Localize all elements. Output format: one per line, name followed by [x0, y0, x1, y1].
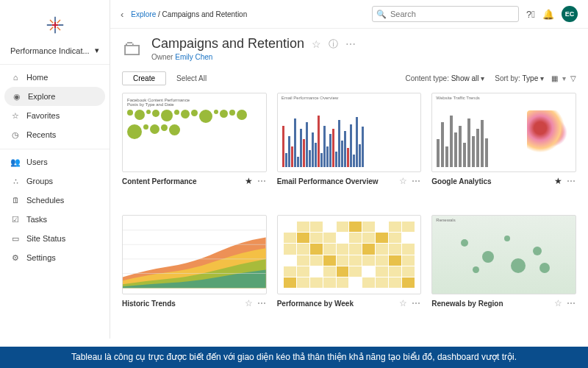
- topbar: ‹ Explore / Campaigns and Retention 🔍 ?⃝…: [110, 0, 588, 29]
- back-button[interactable]: ‹: [121, 9, 123, 20]
- star-toggle[interactable]: ☆: [399, 298, 407, 308]
- chevron-down-icon: ▾: [481, 74, 484, 82]
- workbook-card[interactable]: Website Traffic Trends Google Analytics★…: [431, 93, 576, 205]
- page-title-row: Campaigns and Retention ☆ ⓘ ⋯: [151, 36, 356, 52]
- chevron-down-icon: ▾: [95, 46, 99, 55]
- nav-tasks[interactable]: ☑Tasks: [0, 210, 110, 229]
- nav-recents[interactable]: ◷Recents: [0, 125, 110, 144]
- select-all[interactable]: Select All: [176, 74, 207, 82]
- star-toggle[interactable]: ☆: [554, 298, 562, 308]
- thumbnail: [122, 215, 267, 294]
- thumbnail: Website Traffic Trends: [431, 93, 576, 172]
- nav-label: Home: [26, 73, 48, 82]
- thumbnail: Facebook Content Performance Posts by Ty…: [122, 93, 267, 172]
- breadcrumb: Explore / Campaigns and Retention: [131, 10, 247, 18]
- notifications-icon[interactable]: 🔔: [542, 9, 554, 20]
- tableau-logo-icon: [45, 15, 65, 35]
- card-more[interactable]: ⋯: [257, 176, 267, 186]
- tasks-icon: ☑: [10, 214, 21, 224]
- nav-site-status[interactable]: ▭Site Status: [0, 229, 110, 248]
- chevron-down-icon: ▾: [540, 74, 544, 82]
- folder-icon: 🗀: [122, 36, 143, 60]
- workbook-card[interactable]: Historic Trends☆⋯: [122, 215, 267, 327]
- workbook-card[interactable]: Renewals Renewals by Region☆⋯: [431, 215, 576, 327]
- star-toggle[interactable]: ☆: [399, 176, 407, 186]
- owner-meta: Owner Emily Chen: [151, 53, 356, 61]
- card-name: Historic Trends: [122, 300, 176, 308]
- card-more[interactable]: ⋯: [412, 298, 421, 308]
- content-grid: Facebook Content Performance Posts by Ty…: [110, 93, 588, 339]
- nav-label: Explore: [28, 92, 55, 101]
- breadcrumb-leaf: Campaigns and Retention: [162, 10, 248, 18]
- nav-settings[interactable]: ⚙Settings: [0, 248, 110, 267]
- create-button[interactable]: Create: [122, 71, 166, 85]
- star-toggle[interactable]: ★: [554, 176, 562, 186]
- nav-users[interactable]: 👥Users: [0, 152, 110, 171]
- logo: [0, 9, 110, 46]
- page-title: Campaigns and Retention: [151, 36, 304, 52]
- users-icon: 👥: [10, 157, 21, 167]
- search-icon: 🔍: [376, 10, 387, 19]
- toolbar: Create Select All Content type: Show all…: [110, 67, 588, 93]
- nav-label: Schedules: [26, 196, 64, 205]
- workspace-label: Performance Indicat...: [10, 46, 90, 55]
- main: ‹ Explore / Campaigns and Retention 🔍 ?⃝…: [110, 0, 588, 339]
- nav-label: Settings: [26, 253, 56, 262]
- workspace-selector[interactable]: Performance Indicat... ▾: [0, 46, 110, 63]
- owner-link[interactable]: Emily Chen: [175, 53, 212, 61]
- more-menu[interactable]: ⋯: [345, 38, 356, 50]
- nav-schedules[interactable]: 🗓Schedules: [0, 191, 110, 210]
- nav-groups[interactable]: ⛬Groups: [0, 171, 110, 191]
- nav-label: Site Status: [26, 234, 65, 243]
- groups-icon: ⛬: [10, 176, 21, 186]
- card-more[interactable]: ⋯: [257, 298, 267, 308]
- card-name: Performance by Week: [277, 300, 354, 308]
- favorite-toggle[interactable]: ☆: [312, 38, 321, 50]
- nav-label: Groups: [26, 177, 53, 185]
- help-icon[interactable]: ?⃝: [526, 9, 535, 20]
- view-grid-icon[interactable]: ▦: [551, 74, 558, 82]
- card-name: Content Performance: [122, 177, 197, 185]
- nav-label: Recents: [26, 130, 56, 139]
- info-icon[interactable]: ⓘ: [329, 38, 338, 51]
- gear-icon: ⚙: [10, 252, 21, 263]
- card-more[interactable]: ⋯: [412, 176, 421, 186]
- nav-label: Favorites: [26, 111, 60, 120]
- card-name: Email Performance Overview: [277, 177, 379, 185]
- workbook-card[interactable]: Email Performance Overview Email Perform…: [277, 93, 422, 205]
- nav-favorites[interactable]: ☆Favorites: [0, 106, 110, 125]
- thumbnail: Renewals: [431, 215, 576, 294]
- clock-icon: ◷: [10, 130, 21, 140]
- thumbnail: Email Performance Overview: [277, 93, 422, 172]
- content-type-filter[interactable]: Content type: Show all ▾: [402, 73, 487, 84]
- nav-label: Tasks: [26, 215, 47, 224]
- home-icon: ⌂: [10, 72, 21, 82]
- star-icon: ☆: [10, 110, 21, 121]
- chevron-down-icon[interactable]: ▾: [562, 74, 566, 82]
- nav-home[interactable]: ⌂Home: [0, 68, 110, 87]
- card-name: Renewals by Region: [431, 300, 503, 308]
- card-name: Google Analytics: [431, 177, 491, 185]
- star-toggle[interactable]: ☆: [245, 298, 253, 308]
- sidebar: Performance Indicat... ▾ ⌂Home ◉Explore …: [0, 0, 110, 339]
- status-icon: ▭: [10, 233, 21, 244]
- star-toggle[interactable]: ★: [245, 176, 253, 186]
- avatar[interactable]: EC: [562, 6, 578, 22]
- schedule-icon: 🗓: [10, 195, 21, 205]
- page-header: 🗀 Campaigns and Retention ☆ ⓘ ⋯ Owner Em…: [110, 29, 588, 67]
- caption-banner: Tableau là công cụ trực được biết đến vớ…: [0, 347, 588, 368]
- compass-icon: ◉: [12, 91, 22, 102]
- breadcrumb-root[interactable]: Explore: [131, 10, 156, 18]
- filter-icon[interactable]: ▽: [570, 74, 576, 82]
- card-more[interactable]: ⋯: [567, 176, 576, 186]
- thumbnail: [277, 215, 422, 294]
- card-more[interactable]: ⋯: [567, 298, 576, 308]
- nav-label: Users: [26, 158, 48, 166]
- sort-by[interactable]: Sort by: Type ▾: [492, 73, 547, 84]
- search-input[interactable]: [372, 6, 519, 22]
- workbook-card[interactable]: Facebook Content Performance Posts by Ty…: [122, 93, 267, 205]
- workbook-card[interactable]: Performance by Week☆⋯: [277, 215, 422, 327]
- search-wrap: 🔍: [372, 6, 519, 22]
- nav-explore[interactable]: ◉Explore: [4, 87, 105, 106]
